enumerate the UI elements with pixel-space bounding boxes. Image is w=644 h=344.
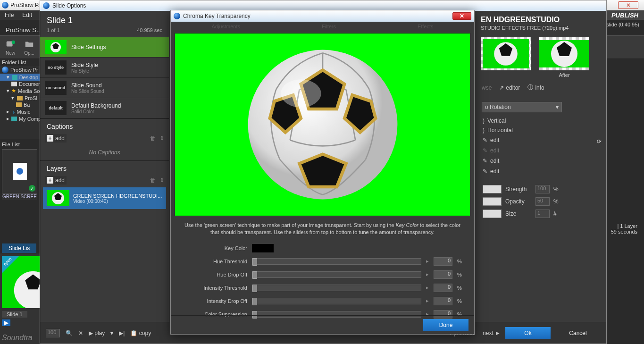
close-icon[interactable]: ✕ [618,1,638,9]
layer-info: Video (00:00:40) [73,199,162,204]
captions-header: Captions [40,118,169,132]
opacity-row: Opacity 50% [479,195,606,208]
sort-icon[interactable]: ⇕ [159,177,164,184]
slide-duration: 40.959 sec [137,27,162,33]
search-icon[interactable]: 🔍 [66,330,73,336]
advance-icon[interactable]: ▶| [119,330,125,336]
chroma-slider-row: Hue Threshold▸0% [171,255,474,268]
layer-item[interactable]: GREEN SCREEN HDGREENSTUDI... Video (00:0… [43,187,166,209]
svg-rect-0 [7,41,13,46]
slide-duration-label: slide (0:40.95) [606,22,639,27]
copy-button[interactable]: 📋 copy [130,330,151,336]
ok-button[interactable]: Ok [505,327,551,339]
timeline-play-button[interactable]: ▶ [2,319,10,326]
slider-value[interactable]: 0 [434,257,452,266]
slider-value[interactable]: 0 [434,270,452,279]
chroma-preview [175,33,470,216]
flip-horizontal-checkbox[interactable]: )Horizontal [479,126,606,135]
slider-handle[interactable] [252,298,257,305]
layers-header: Layers [40,160,169,174]
no-captions-label: No Captions [40,144,169,160]
svg-point-1 [12,40,15,43]
trash-icon[interactable]: 🗑 [150,177,156,184]
slider-handle[interactable] [252,258,257,266]
folder-item[interactable]: Ba [0,101,40,108]
folder-item[interactable]: ProShow Pr [0,66,40,74]
layer-name: GREEN SCREEN HDGREENSTUDI... [73,193,162,199]
asset-title: EN HDGREENSTUDIO [479,11,606,25]
editor-link[interactable]: ↗ editor [499,84,520,91]
slide-options-row[interactable]: no styleSlide StyleNo Style [40,58,169,78]
app-icon [2,2,8,8]
slide-options-row[interactable]: defaultDefault BackgroundSolid Color [40,98,169,118]
chroma-slider-row: Intensity Threshold▸0% [171,281,474,294]
chroma-help-text: Use the 'green screen' technique to make… [171,220,474,242]
edit-row-1[interactable]: ✎ edit [479,135,606,145]
dialog-tabs-shadow: AdjustmentsFiltersEffects [171,22,474,31]
slide-options-row[interactable]: Slide Settings [40,37,169,58]
slide-options-titlebar[interactable]: Slide Options [40,0,606,11]
menu-file[interactable]: File [5,12,14,18]
soundtrack-label: Soundtra [2,334,33,342]
strength-row: Strength 100% [479,183,606,195]
open-button[interactable]: Op... [24,39,35,56]
zoom-value[interactable]: 100 [46,329,60,337]
publish-tab[interactable]: PUBLISH [602,10,644,20]
chroma-slider-row: Intensity Drop Off▸0% [171,294,474,308]
file-caption: GREEN SCREE [2,193,37,200]
folder-list-title: Folder List [2,59,26,65]
menu-edit[interactable]: Edit [22,12,32,18]
slide-options-sidebar: Slide 1 1 of 1 40.959 sec Slide Settings… [40,11,169,322]
before-preview [481,37,531,70]
browse-link: wse [482,84,492,91]
add-caption-button[interactable]: +add [45,134,67,143]
chroma-slider-row: Hue Drop Off▸0% [171,268,474,281]
layer-thumbnail [47,190,69,206]
xicon[interactable]: ✕ [78,330,83,336]
slider-track[interactable] [252,298,421,304]
dropdown-icon[interactable]: ▾ [110,330,113,336]
slider-handle[interactable] [252,285,257,292]
slide-counter: 1 of 1 [47,27,60,33]
folder-item[interactable]: ▾ProSl [0,94,40,101]
done-button[interactable]: Done [423,319,468,331]
edit-row-4[interactable]: ✎ edit [479,166,606,176]
slide-options-row[interactable]: no soundSlide SoundNo Slide Sound [40,78,169,98]
rotation-dropdown[interactable]: o Rotation▾ [482,102,562,112]
slider-track[interactable] [252,258,421,265]
slider-handle[interactable] [252,271,257,279]
slide-options-right-panel: EN HDGREENSTUDIO STUDIO EFFECTS FREE (72… [479,11,606,322]
slider-value[interactable]: 0 [434,284,452,292]
chroma-titlebar[interactable]: Chroma Key Transparency ✕ [171,10,474,22]
folder-item[interactable]: ▾★Media So [0,87,40,94]
timeline-slide-label: Slide 1 [2,311,27,318]
folder-item[interactable]: ▸My Comp [0,115,40,122]
cancel-button[interactable]: Cancel [555,327,601,339]
new-button[interactable]: New [5,39,16,56]
flip-vertical-checkbox[interactable]: )Vertical [479,116,606,126]
edit-row-3[interactable]: ✎ edit [479,156,606,166]
app-title: ProShow P... [10,2,42,8]
folder-item[interactable]: ▾Desktop [0,74,40,81]
slide-title: Slide 1 [40,11,169,27]
folder-item[interactable]: Documen [0,81,40,87]
next-button[interactable]: next ► [483,330,501,336]
slider-value[interactable]: 0 [434,297,452,305]
refresh-icon[interactable]: ⟳ [597,138,602,145]
slider-track[interactable] [252,271,421,278]
after-label: After [559,72,569,78]
close-icon[interactable]: ✕ [452,12,471,20]
file-thumbnail[interactable]: ✓ [2,149,37,193]
edit-row-2: ✎ edit [479,145,606,156]
trash-icon[interactable]: 🗑 [150,135,156,142]
info-link[interactable]: ⓘ info [527,84,544,92]
play-button[interactable]: ▶ play [89,330,105,336]
app-icon [43,2,50,9]
folder-tree: ProShow Pr▾DesktopDocumen▾★Media So▾ProS… [0,66,40,139]
folder-item[interactable]: ▸♪Music [0,108,40,115]
key-color-swatch[interactable] [252,244,274,252]
slide-list-tab[interactable]: Slide Lis [2,243,36,253]
add-layer-button[interactable]: +add [45,176,67,185]
sort-icon[interactable]: ⇕ [159,135,164,142]
slider-track[interactable] [252,285,421,291]
